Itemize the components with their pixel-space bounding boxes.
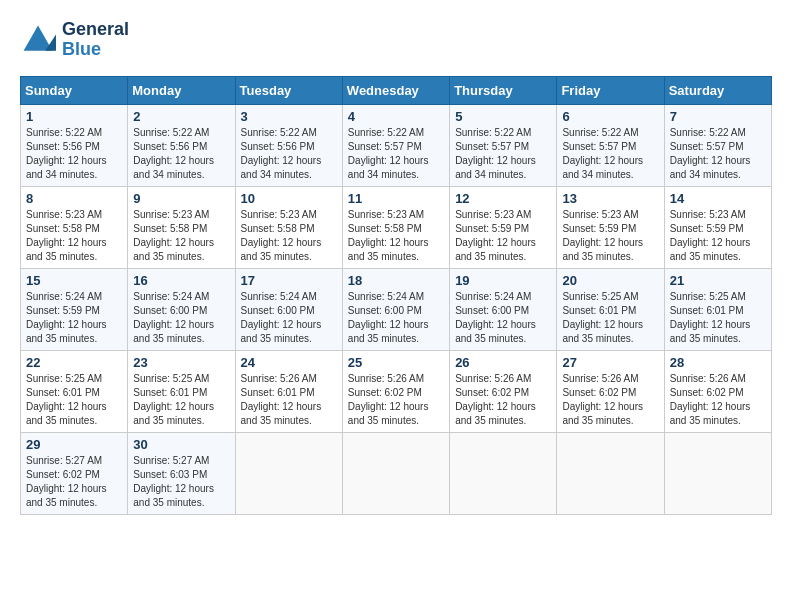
calendar-cell: 10 Sunrise: 5:23 AM Sunset: 5:58 PM Dayl… bbox=[235, 186, 342, 268]
day-number: 11 bbox=[348, 191, 444, 206]
calendar-cell: 23 Sunrise: 5:25 AM Sunset: 6:01 PM Dayl… bbox=[128, 350, 235, 432]
cell-info: Sunrise: 5:25 AM Sunset: 6:01 PM Dayligh… bbox=[133, 372, 229, 428]
cell-info: Sunrise: 5:24 AM Sunset: 5:59 PM Dayligh… bbox=[26, 290, 122, 346]
day-number: 10 bbox=[241, 191, 337, 206]
day-number: 20 bbox=[562, 273, 658, 288]
cell-info: Sunrise: 5:23 AM Sunset: 5:59 PM Dayligh… bbox=[562, 208, 658, 264]
cell-info: Sunrise: 5:24 AM Sunset: 6:00 PM Dayligh… bbox=[455, 290, 551, 346]
day-number: 16 bbox=[133, 273, 229, 288]
calendar-cell: 18 Sunrise: 5:24 AM Sunset: 6:00 PM Dayl… bbox=[342, 268, 449, 350]
calendar-cell: 13 Sunrise: 5:23 AM Sunset: 5:59 PM Dayl… bbox=[557, 186, 664, 268]
cell-info: Sunrise: 5:25 AM Sunset: 6:01 PM Dayligh… bbox=[670, 290, 766, 346]
day-number: 6 bbox=[562, 109, 658, 124]
cell-info: Sunrise: 5:22 AM Sunset: 5:57 PM Dayligh… bbox=[455, 126, 551, 182]
calendar-cell: 3 Sunrise: 5:22 AM Sunset: 5:56 PM Dayli… bbox=[235, 104, 342, 186]
calendar-cell: 15 Sunrise: 5:24 AM Sunset: 5:59 PM Dayl… bbox=[21, 268, 128, 350]
calendar-cell: 20 Sunrise: 5:25 AM Sunset: 6:01 PM Dayl… bbox=[557, 268, 664, 350]
cell-info: Sunrise: 5:24 AM Sunset: 6:00 PM Dayligh… bbox=[241, 290, 337, 346]
day-number: 17 bbox=[241, 273, 337, 288]
day-number: 18 bbox=[348, 273, 444, 288]
col-sunday: Sunday bbox=[21, 76, 128, 104]
day-number: 15 bbox=[26, 273, 122, 288]
calendar-week-row: 8 Sunrise: 5:23 AM Sunset: 5:58 PM Dayli… bbox=[21, 186, 772, 268]
calendar-cell: 5 Sunrise: 5:22 AM Sunset: 5:57 PM Dayli… bbox=[450, 104, 557, 186]
day-number: 29 bbox=[26, 437, 122, 452]
calendar-cell: 14 Sunrise: 5:23 AM Sunset: 5:59 PM Dayl… bbox=[664, 186, 771, 268]
calendar-cell: 12 Sunrise: 5:23 AM Sunset: 5:59 PM Dayl… bbox=[450, 186, 557, 268]
cell-info: Sunrise: 5:25 AM Sunset: 6:01 PM Dayligh… bbox=[26, 372, 122, 428]
day-number: 22 bbox=[26, 355, 122, 370]
cell-info: Sunrise: 5:22 AM Sunset: 5:57 PM Dayligh… bbox=[670, 126, 766, 182]
day-number: 3 bbox=[241, 109, 337, 124]
cell-info: Sunrise: 5:24 AM Sunset: 6:00 PM Dayligh… bbox=[133, 290, 229, 346]
calendar-cell: 30 Sunrise: 5:27 AM Sunset: 6:03 PM Dayl… bbox=[128, 432, 235, 514]
calendar-week-row: 1 Sunrise: 5:22 AM Sunset: 5:56 PM Dayli… bbox=[21, 104, 772, 186]
day-number: 24 bbox=[241, 355, 337, 370]
calendar-cell: 22 Sunrise: 5:25 AM Sunset: 6:01 PM Dayl… bbox=[21, 350, 128, 432]
calendar-cell: 28 Sunrise: 5:26 AM Sunset: 6:02 PM Dayl… bbox=[664, 350, 771, 432]
calendar-cell: 9 Sunrise: 5:23 AM Sunset: 5:58 PM Dayli… bbox=[128, 186, 235, 268]
calendar-cell: 11 Sunrise: 5:23 AM Sunset: 5:58 PM Dayl… bbox=[342, 186, 449, 268]
cell-info: Sunrise: 5:23 AM Sunset: 5:58 PM Dayligh… bbox=[348, 208, 444, 264]
calendar-cell: 24 Sunrise: 5:26 AM Sunset: 6:01 PM Dayl… bbox=[235, 350, 342, 432]
calendar-cell: 2 Sunrise: 5:22 AM Sunset: 5:56 PM Dayli… bbox=[128, 104, 235, 186]
cell-info: Sunrise: 5:22 AM Sunset: 5:57 PM Dayligh… bbox=[562, 126, 658, 182]
calendar-cell: 27 Sunrise: 5:26 AM Sunset: 6:02 PM Dayl… bbox=[557, 350, 664, 432]
logo: General Blue bbox=[20, 20, 129, 60]
calendar-cell: 17 Sunrise: 5:24 AM Sunset: 6:00 PM Dayl… bbox=[235, 268, 342, 350]
logo-text: General Blue bbox=[62, 20, 129, 60]
calendar-body: 1 Sunrise: 5:22 AM Sunset: 5:56 PM Dayli… bbox=[21, 104, 772, 514]
cell-info: Sunrise: 5:23 AM Sunset: 5:58 PM Dayligh… bbox=[241, 208, 337, 264]
calendar-table: Sunday Monday Tuesday Wednesday Thursday… bbox=[20, 76, 772, 515]
cell-info: Sunrise: 5:23 AM Sunset: 5:59 PM Dayligh… bbox=[455, 208, 551, 264]
col-thursday: Thursday bbox=[450, 76, 557, 104]
day-number: 4 bbox=[348, 109, 444, 124]
day-number: 12 bbox=[455, 191, 551, 206]
col-friday: Friday bbox=[557, 76, 664, 104]
calendar-cell: 7 Sunrise: 5:22 AM Sunset: 5:57 PM Dayli… bbox=[664, 104, 771, 186]
calendar-week-row: 29 Sunrise: 5:27 AM Sunset: 6:02 PM Dayl… bbox=[21, 432, 772, 514]
day-number: 30 bbox=[133, 437, 229, 452]
day-number: 21 bbox=[670, 273, 766, 288]
cell-info: Sunrise: 5:22 AM Sunset: 5:56 PM Dayligh… bbox=[26, 126, 122, 182]
cell-info: Sunrise: 5:26 AM Sunset: 6:02 PM Dayligh… bbox=[348, 372, 444, 428]
day-number: 7 bbox=[670, 109, 766, 124]
calendar-cell: 4 Sunrise: 5:22 AM Sunset: 5:57 PM Dayli… bbox=[342, 104, 449, 186]
calendar-cell bbox=[664, 432, 771, 514]
day-number: 14 bbox=[670, 191, 766, 206]
calendar-cell: 16 Sunrise: 5:24 AM Sunset: 6:00 PM Dayl… bbox=[128, 268, 235, 350]
page-header: General Blue bbox=[20, 20, 772, 60]
cell-info: Sunrise: 5:27 AM Sunset: 6:03 PM Dayligh… bbox=[133, 454, 229, 510]
logo-icon bbox=[20, 22, 56, 58]
day-number: 2 bbox=[133, 109, 229, 124]
day-number: 26 bbox=[455, 355, 551, 370]
header-row: Sunday Monday Tuesday Wednesday Thursday… bbox=[21, 76, 772, 104]
day-number: 13 bbox=[562, 191, 658, 206]
day-number: 23 bbox=[133, 355, 229, 370]
calendar-cell bbox=[450, 432, 557, 514]
calendar-week-row: 15 Sunrise: 5:24 AM Sunset: 5:59 PM Dayl… bbox=[21, 268, 772, 350]
cell-info: Sunrise: 5:26 AM Sunset: 6:01 PM Dayligh… bbox=[241, 372, 337, 428]
day-number: 1 bbox=[26, 109, 122, 124]
calendar-header: Sunday Monday Tuesday Wednesday Thursday… bbox=[21, 76, 772, 104]
col-monday: Monday bbox=[128, 76, 235, 104]
calendar-cell: 1 Sunrise: 5:22 AM Sunset: 5:56 PM Dayli… bbox=[21, 104, 128, 186]
col-tuesday: Tuesday bbox=[235, 76, 342, 104]
cell-info: Sunrise: 5:25 AM Sunset: 6:01 PM Dayligh… bbox=[562, 290, 658, 346]
day-number: 19 bbox=[455, 273, 551, 288]
calendar-cell: 8 Sunrise: 5:23 AM Sunset: 5:58 PM Dayli… bbox=[21, 186, 128, 268]
calendar-cell: 21 Sunrise: 5:25 AM Sunset: 6:01 PM Dayl… bbox=[664, 268, 771, 350]
cell-info: Sunrise: 5:27 AM Sunset: 6:02 PM Dayligh… bbox=[26, 454, 122, 510]
cell-info: Sunrise: 5:24 AM Sunset: 6:00 PM Dayligh… bbox=[348, 290, 444, 346]
day-number: 27 bbox=[562, 355, 658, 370]
calendar-cell bbox=[342, 432, 449, 514]
day-number: 28 bbox=[670, 355, 766, 370]
calendar-cell bbox=[557, 432, 664, 514]
calendar-week-row: 22 Sunrise: 5:25 AM Sunset: 6:01 PM Dayl… bbox=[21, 350, 772, 432]
cell-info: Sunrise: 5:26 AM Sunset: 6:02 PM Dayligh… bbox=[562, 372, 658, 428]
cell-info: Sunrise: 5:23 AM Sunset: 5:59 PM Dayligh… bbox=[670, 208, 766, 264]
cell-info: Sunrise: 5:23 AM Sunset: 5:58 PM Dayligh… bbox=[26, 208, 122, 264]
cell-info: Sunrise: 5:23 AM Sunset: 5:58 PM Dayligh… bbox=[133, 208, 229, 264]
col-wednesday: Wednesday bbox=[342, 76, 449, 104]
cell-info: Sunrise: 5:26 AM Sunset: 6:02 PM Dayligh… bbox=[670, 372, 766, 428]
